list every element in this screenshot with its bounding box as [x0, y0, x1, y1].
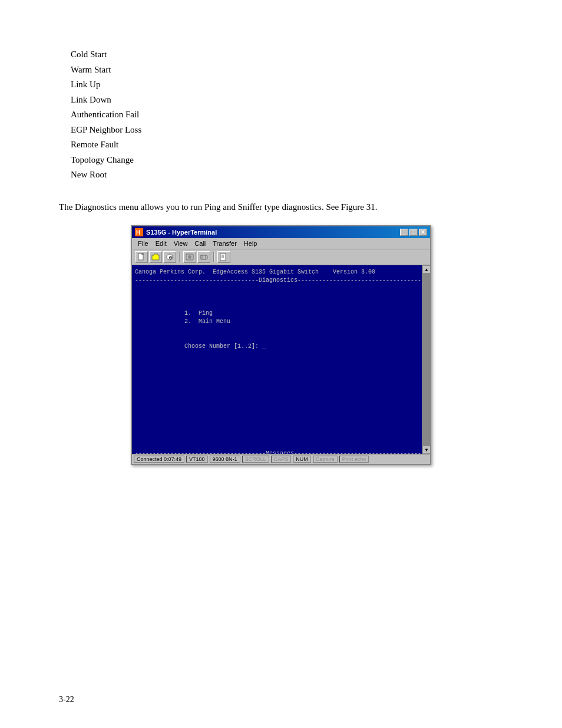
scroll-track[interactable]: [422, 274, 430, 446]
trap-item-new-root: New Root: [71, 167, 503, 183]
menu-bar: File Edit View Call Transfer Help: [132, 238, 430, 249]
terminal-area[interactable]: Canoga Perkins Corp. EdgeAccess S135 Gig…: [132, 265, 424, 454]
title-bar-controls: _ □ ✕: [400, 229, 427, 236]
svg-text:H: H: [136, 229, 140, 236]
trap-list: Cold Start Warm Start Link Up Link Down …: [71, 47, 503, 183]
trap-item-link-up: Link Up: [71, 77, 503, 93]
menu-file[interactable]: File: [135, 239, 151, 248]
svg-rect-9: [200, 255, 207, 259]
trap-item-egp-neighbor: EGP Neighbor Loss: [71, 123, 503, 138]
menu-call[interactable]: Call: [191, 239, 209, 248]
status-bar: Connected 0:07:49 VT100 9600 8N-1 SCROLL…: [132, 454, 430, 464]
toolbar-properties-btn[interactable]: ⚙: [163, 251, 176, 263]
app-icon: H: [135, 228, 143, 236]
status-connected: Connected 0:07:49: [134, 456, 184, 463]
close-button[interactable]: ✕: [419, 229, 427, 236]
status-vt100: VT100: [186, 456, 208, 463]
status-baud: 9600 8N-1: [210, 456, 240, 463]
trap-item-cold-start: Cold Start: [71, 47, 503, 62]
svg-rect-4: [142, 253, 143, 255]
scroll-up-btn[interactable]: ▲: [422, 265, 431, 274]
status-scroll: SCROLL: [242, 456, 269, 463]
terminal-content: Canoga Perkins Corp. EdgeAccess S135 Gig…: [135, 268, 421, 454]
terminal-scrollbar[interactable]: ▲ ▼: [422, 265, 430, 454]
svg-rect-12: [220, 253, 226, 261]
toolbar-sep1: [179, 252, 180, 262]
scroll-down-btn[interactable]: ▼: [422, 446, 431, 454]
title-bar: H S135G - HyperTerminal _ □ ✕: [132, 226, 430, 238]
svg-text:⚙: ⚙: [168, 255, 173, 261]
trap-item-remote-fault: Remote Fault: [71, 137, 503, 153]
trap-item-warm-start: Warm Start: [71, 62, 503, 78]
menu-view[interactable]: View: [171, 239, 191, 248]
trap-item-topology: Topology Change: [71, 153, 503, 168]
toolbar-send-btn[interactable]: [217, 251, 230, 263]
toolbar-sep2: [213, 252, 214, 262]
toolbar: ⚙: [132, 249, 430, 265]
toolbar-open-btn[interactable]: [149, 251, 162, 263]
hyperterminal-window: H S135G - HyperTerminal _ □ ✕ File Edit …: [131, 225, 431, 465]
status-print-echo: Print echo: [339, 456, 369, 463]
toolbar-hangup-btn[interactable]: [197, 251, 210, 263]
page-number: 3-22: [59, 695, 74, 704]
status-num: NUM: [293, 456, 311, 463]
title-bar-left: H S135G - HyperTerminal: [135, 228, 217, 236]
menu-edit[interactable]: Edit: [153, 239, 170, 248]
trap-item-auth-fail: Authentication Fail: [71, 107, 503, 123]
toolbar-dial-btn[interactable]: [183, 251, 196, 263]
minimize-button[interactable]: _: [400, 229, 408, 236]
status-caps: CAPS: [271, 456, 292, 463]
menu-help[interactable]: Help: [241, 239, 260, 248]
trap-item-link-down: Link Down: [71, 93, 503, 108]
toolbar-new-btn[interactable]: [135, 251, 148, 263]
description-text: The Diagnostics menu allows you to run P…: [59, 200, 503, 214]
window-title: S135G - HyperTerminal: [146, 229, 217, 236]
menu-transfer[interactable]: Transfer: [210, 239, 240, 248]
svg-point-8: [188, 255, 191, 259]
maximize-button[interactable]: □: [409, 229, 418, 236]
status-capture: Capture: [313, 456, 338, 463]
